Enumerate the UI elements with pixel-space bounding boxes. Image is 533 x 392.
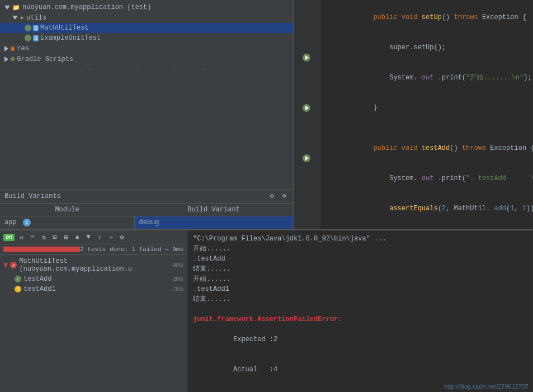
top-area: 📁 nuoyuan.com.myapplication (test) ▸ uti… [0,0,533,229]
tree-label: ExampleUnitTest [40,34,101,42]
output-line-2: .testAdd [193,254,527,264]
tree-label: nuoyuan.com.myapplication (test) [22,3,151,11]
expected-label: Expected : [233,336,273,343]
variant-cell[interactable]: debug [134,216,293,229]
output-line-3: 结束...... [193,264,527,274]
actual-label: Actual : [233,366,273,374]
expand-icon [12,16,18,20]
gradle-icon: ⚙ [11,55,15,63]
settings-icon[interactable]: ⚙ [117,233,126,242]
test-name: testAdd1 [23,285,170,293]
tree-label: utils [26,14,46,22]
suite-time: 9ms [172,262,183,268]
module-cell: app i [0,216,134,229]
output-content: "C:\Program Files\Java\jdk1.8.0_92\bin\j… [187,230,533,392]
suite-error-icon [10,262,17,268]
build-variants-title: Build Variants [4,192,61,200]
output-panel: "C:\Program Files\Java\jdk1.8.0_92\bin\j… [187,230,533,392]
menu-icon[interactable]: ⊕ [280,192,289,201]
sort-icon[interactable]: ≡ [28,233,37,242]
suite-name: MathUtilTest (nuoyuan.com.myapplication.… [19,257,170,273]
empty-line [193,304,527,314]
test-ok-icon [25,25,31,31]
test-time: 7ms [172,286,183,292]
actual-value: 4 [273,366,277,374]
run-testAdd1-icon[interactable] [303,104,310,112]
test-tree: ▼ MathUtilTest (nuoyuan.com.myapplicatio… [0,255,187,392]
error-class: junit.framework.AssertionFailedError: [193,314,527,324]
file-tree: 📁 nuoyuan.com.myapplication (test) ▸ uti… [0,0,293,189]
output-line-6: 结束...... [193,294,527,304]
suite-arrow: ▼ [3,261,8,270]
bottom-area: on ↺ ≡ ⇅ ⊟ ⊞ ▲ ▼ ⇑ ⇒ ⚙ 2 tests done: 1 f… [0,229,533,392]
module-name: app [4,219,17,226]
collapse-icon[interactable]: ⊟ [50,233,59,242]
tree-item-utils[interactable]: ▸ utils [0,12,293,23]
test-badge: G [33,25,39,31]
separator: · · · · · · · · · · · · · · · [0,64,293,75]
expected-line: Expected :2 [193,324,527,355]
progress-row: 2 tests done: 1 failed — 9ms [0,244,187,255]
test-name: testAdd [23,275,170,283]
output-line-4: 开始...... [193,274,527,284]
watermark: http://blog.csdn.net/279612707 [444,383,529,390]
run-testAdd-icon[interactable] [303,54,310,62]
tree-item-res[interactable]: ▣ res [0,43,293,54]
expand-icon [4,6,10,10]
output-line-1: 开始...... [193,244,527,254]
run-tearDown-icon[interactable] [303,154,310,162]
variant-column-header: Build Variant [134,204,293,216]
gutter [294,0,320,229]
code-line: System. out .print("开始.......\n"); [325,63,529,93]
code-line: System. out .print(". testAdd \n"); [325,163,529,193]
test-item-testAdd1[interactable]: testAdd1 7ms [0,284,187,294]
tree-label: res [17,45,29,53]
tree-item-gradle[interactable]: ⚙ Gradle Scripts [0,54,293,64]
code-line: public void setUp() throws Exception { [325,2,529,32]
code-line: public void testAdd() throws Exception { [325,133,529,163]
output-line-5: .testAdd1 [193,284,527,294]
test-ok-icon [15,276,21,282]
actual-line: Actual :4 [193,355,527,385]
progress-bar [3,247,80,252]
test-warn-icon [15,286,21,292]
export-icon[interactable]: ⇒ [106,233,115,242]
test-runner-header: on ↺ ≡ ⇅ ⊟ ⊞ ▲ ▼ ⇑ ⇒ ⚙ [0,230,187,244]
module-column-header: Module [0,204,134,216]
expand-icon[interactable]: ⊞ [62,233,70,242]
build-variants-table: Module Build Variant app i debug [0,204,293,230]
folder-icon: ▸ [20,13,24,22]
code-editor[interactable]: public void setUp() throws Exception { s… [294,0,533,229]
up-icon[interactable]: ▲ [73,233,82,242]
on-badge: on [3,234,15,241]
test-status: 2 tests done: 1 failed — 9ms [80,246,183,253]
info-icon[interactable]: i [23,219,31,226]
rerun-icon[interactable]: ↺ [17,233,26,242]
code-line: assertEquals(2, MathUtil. add(1, 1)); [325,193,529,224]
test-item-testAdd[interactable]: testAdd 2ms [0,274,187,284]
code-line: super.setUp(); [325,32,529,63]
code-line: } [325,224,529,229]
collapse-icon [4,56,8,62]
tree-item-nuoyuan[interactable]: 📁 nuoyuan.com.myapplication (test) [0,2,293,12]
test-time: 2ms [172,276,183,282]
test-suite-item[interactable]: ▼ MathUtilTest (nuoyuan.com.myapplicatio… [0,256,187,274]
sort2-icon[interactable]: ⇅ [39,233,48,242]
test-runner-panel: on ↺ ≡ ⇅ ⊟ ⊞ ▲ ▼ ⇑ ⇒ ⚙ 2 tests done: 1 f… [0,230,187,392]
res-icon: ▣ [11,44,15,53]
code-line: } [325,93,529,123]
folder-icon: 📁 [12,4,20,11]
import-icon[interactable]: ⇑ [95,233,104,242]
tree-item-exampleunittest[interactable]: G ExampleUnitTest [0,33,293,43]
header-icons: ⚙ ⊕ [267,192,289,201]
settings-icon[interactable]: ⚙ [267,192,276,201]
test-badge: G [33,35,39,41]
left-panel: 📁 nuoyuan.com.myapplication (test) ▸ uti… [0,0,294,229]
expected-value: 2 [273,336,277,343]
down-icon[interactable]: ▼ [84,233,93,242]
tree-label: MathUtilTest [40,24,88,32]
command-line: "C:\Program Files\Java\jdk1.8.0_92\bin\j… [193,234,527,244]
tree-label: Gradle Scripts [17,55,73,63]
tree-item-mathutiltest[interactable]: G MathUtilTest [0,23,293,33]
test-ok-icon [25,35,31,41]
